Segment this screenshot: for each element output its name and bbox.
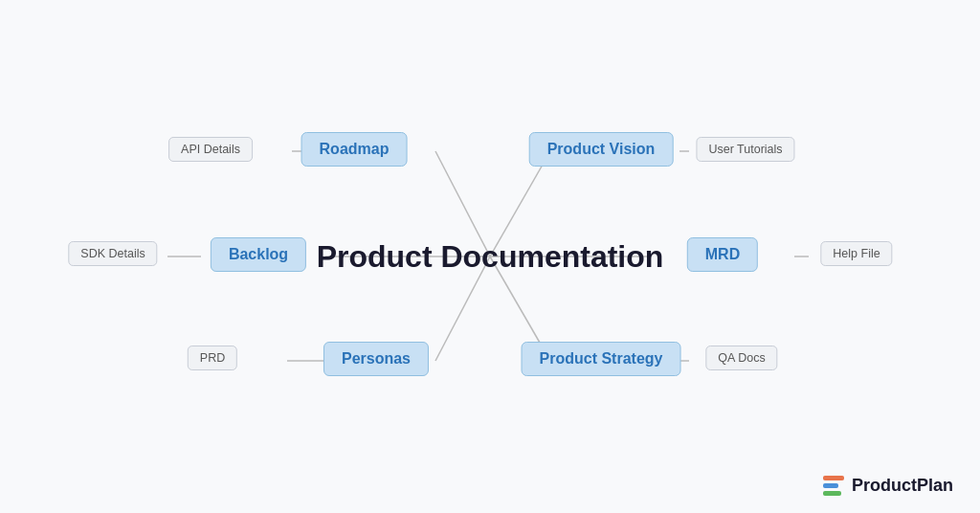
logo-icon: [823, 476, 844, 496]
personas-node[interactable]: Personas: [323, 342, 429, 376]
roadmap-node[interactable]: Roadmap: [301, 132, 408, 167]
api-details-node: API Details: [168, 137, 253, 162]
backlog-node[interactable]: Backlog: [211, 237, 306, 272]
logo-bar-blue: [823, 483, 838, 488]
center-node: Product Documentation: [317, 237, 664, 276]
center-title: Product Documentation: [317, 237, 664, 276]
product-strategy-node[interactable]: Product Strategy: [522, 342, 681, 376]
qa-docs-node: QA Docs: [705, 346, 777, 370]
mrd-node[interactable]: MRD: [687, 237, 758, 272]
logo-text: ProductPlan: [852, 476, 953, 496]
user-tutorials-node: User Tutorials: [696, 137, 794, 162]
help-file-node: Help File: [820, 241, 892, 266]
prd-node: PRD: [188, 346, 237, 370]
logo-bar-green: [823, 491, 841, 496]
product-vision-node[interactable]: Product Vision: [529, 132, 674, 167]
logo-bar-orange: [823, 476, 844, 480]
logo-area: ProductPlan: [823, 476, 953, 496]
sdk-details-node: SDK Details: [68, 241, 157, 266]
mind-map-diagram: Product Documentation Roadmap Backlog Pe…: [0, 0, 980, 513]
